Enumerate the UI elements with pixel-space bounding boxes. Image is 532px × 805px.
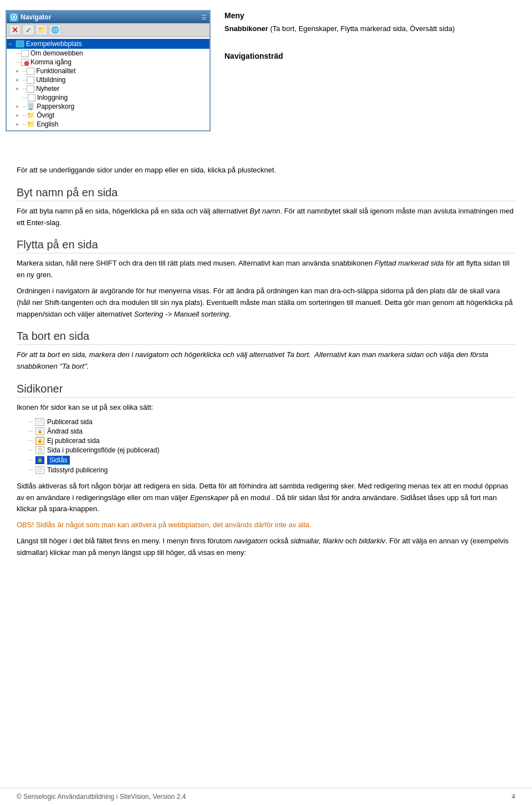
page-icon <box>21 50 29 57</box>
tree-label: Nyheter <box>36 85 59 93</box>
tree-dots: ···· <box>22 86 26 92</box>
intro-text: För att se underliggande sidor under en … <box>17 165 515 176</box>
icon-examples-list: ····· 📄 Publicerad sida ····· 🔒 Ändrad s… <box>28 418 515 474</box>
tree-dots: ···· <box>22 68 26 74</box>
expander-nyheter[interactable]: + <box>16 86 22 92</box>
icon-example-flow: ····· 📋 Sida i publiceringsflöde (ej pub… <box>28 446 515 454</box>
label-modified: Ändrad sida <box>47 427 83 435</box>
label-unpublished: Ej publicerad sida <box>47 437 100 445</box>
tree-dots: ····· <box>16 50 21 57</box>
navigator-window: Navigator ☰ ✕ ✓ 📁 <box>6 10 211 131</box>
toolbar-folder-btn[interactable]: 📁 <box>35 24 48 35</box>
expander-utb[interactable]: + <box>16 77 22 83</box>
tree-label: Utbildning <box>36 76 65 84</box>
dots-published: ····· <box>28 419 33 425</box>
tree-item-root[interactable]: − 🌐 Exempelwebbplats <box>7 39 209 49</box>
tree-label: Papperskorg <box>37 103 74 110</box>
tree-dots: ···· <box>22 113 26 119</box>
tree-item-nyheter[interactable]: + ···· Nyheter <box>7 84 209 93</box>
tree-item-english[interactable]: + ···· 📁 English <box>7 120 209 129</box>
icon-modified: 🔒 <box>35 427 44 435</box>
tree-item-ovrigt[interactable]: + ···· 📁 Övrigt <box>7 111 209 120</box>
page-icon-utb <box>27 77 34 84</box>
label-timed: Tidsstyrd publicering <box>47 466 108 474</box>
navigator-title-text: Navigator <box>21 13 51 21</box>
dots-flow: ····· <box>28 447 33 453</box>
sidlås-text-1: Sidlås aktiveras så fort någon börjar at… <box>17 481 515 515</box>
trash-icon: 🗑️ <box>27 103 35 110</box>
main-content: För att se underliggande sidor under en … <box>0 165 532 608</box>
icon-published: 📄 <box>35 418 44 426</box>
tree-label: Övrigt <box>37 111 54 119</box>
section-heading-byt-namn: Byt namn på en sida <box>17 186 515 201</box>
icon-timed: 🕐 <box>35 466 44 474</box>
tree-dots: ···· <box>22 104 26 110</box>
tree-dots: ····· <box>16 59 21 65</box>
toolbar-check-btn[interactable]: ✓ <box>22 24 34 35</box>
expander-trash[interactable]: + <box>16 104 22 110</box>
navigator-toolbar: ✕ ✓ 📁 🌐 <box>7 23 209 37</box>
flytta-text-2: Ordningen i navigatorn är avgörande för … <box>17 286 515 320</box>
snabbikoner-label: Snabbikoner <box>224 24 268 33</box>
icon-example-timed: ····· 🕐 Tidsstyrd publicering <box>28 466 515 474</box>
tree-item-om[interactable]: ····· Om demowebben <box>7 49 209 58</box>
tree-item-trash[interactable]: + ···· 🗑️ Papperskorg <box>7 102 209 111</box>
page-footer: © Senselogic Användarutbildning i SiteVi… <box>0 788 532 805</box>
label-published: Publicerad sida <box>47 418 93 426</box>
icon-example-locked: ····· 🔒 Sidlås <box>28 456 515 465</box>
navigator-title-icon <box>9 13 18 22</box>
icon-locked: 🔒 <box>35 456 44 464</box>
navigator-titlebar: Navigator ☰ <box>7 11 209 23</box>
icon-flow: 📋 <box>35 446 44 454</box>
tree-label: Inloggning <box>37 94 68 101</box>
footer-page-number: 4 <box>511 793 515 801</box>
icon-example-unpublished: ····· 🔒 Ej publicerad sida <box>28 437 515 445</box>
dots-locked: ····· <box>28 457 33 463</box>
icon-example-published: ····· 📄 Publicerad sida <box>28 418 515 426</box>
section-heading-ta-bort: Ta bort en sida <box>17 330 515 345</box>
tree-dots: ····· <box>22 95 27 101</box>
page-icon-inlogg <box>28 94 35 101</box>
dots-timed: ····· <box>28 467 33 473</box>
tree-item-komma[interactable]: ····· 🔴 Komma igång <box>7 58 209 67</box>
ta-bort-text: För att ta bort en sida, markera den i n… <box>17 349 515 373</box>
folder-icon-ovrigt: 📁 <box>27 111 35 119</box>
expander-english[interactable]: + <box>16 121 22 128</box>
dots-unpublished: ····· <box>28 437 33 444</box>
section-heading-flytta: Flytta på en sida <box>17 238 515 253</box>
tree-label: English <box>37 120 58 128</box>
tree-label: Funktionalitet <box>36 67 75 75</box>
navigationsträd-section: Navigationsträd <box>224 52 521 60</box>
tree-item-inlogg[interactable]: ····· Inloggning <box>7 93 209 102</box>
navigator-panel: Navigator ☰ ✕ ✓ 📁 <box>0 6 216 131</box>
dots-modified: ····· <box>28 428 33 434</box>
toolbar-globe-btn[interactable]: 🌐 <box>49 24 61 35</box>
expander-root[interactable]: − <box>9 41 16 47</box>
icon-unpublished: 🔒 <box>35 437 44 445</box>
sidlås-obs: OBS! Sidlås är något som man kan aktiver… <box>17 519 515 531</box>
snabbikoner-detail: (Ta bort, Egenskaper, Flytta markerad si… <box>270 24 454 33</box>
footer-copyright: © Senselogic Användarutbildning i SiteVi… <box>17 793 186 801</box>
navigator-tree: − 🌐 Exempelwebbplats ····· Om demowebben <box>7 37 209 130</box>
tree-dots: ···· <box>22 77 26 83</box>
section-heading-sidikoner: Sidikoner <box>17 383 515 398</box>
snabbikoner-text: Snabbikoner (Ta bort, Egenskaper, Flytta… <box>224 23 521 35</box>
navigationsträd-label: Navigationsträd <box>224 52 521 60</box>
label-flow: Sida i publiceringsflöde (ej publicerad) <box>47 446 160 454</box>
root-icon: 🌐 <box>16 40 24 48</box>
tree-item-label: Exempelwebbplats <box>26 40 82 48</box>
tree-item-utb[interactable]: + ···· Utbildning <box>7 75 209 84</box>
byt-namn-text: För att byta namn på en sida, högerklick… <box>17 206 515 229</box>
flytta-text-1: Markera sidan, håll nere SHIFT och dra d… <box>17 258 515 281</box>
tree-label: Komma igång <box>30 58 71 66</box>
page-icon-start: 🔴 <box>21 59 29 66</box>
expander-funk[interactable]: + <box>16 68 22 74</box>
expander-ovrigt[interactable]: + <box>16 113 22 119</box>
tree-label: Om demowebben <box>30 49 83 57</box>
titlebar-menu-btn[interactable]: ☰ <box>201 14 207 21</box>
meny-section: Meny Snabbikoner (Ta bort, Egenskaper, F… <box>224 11 521 35</box>
svg-point-1 <box>13 16 15 18</box>
tree-item-funk[interactable]: + ···· Funktionalitet <box>7 67 209 75</box>
toolbar-delete-btn[interactable]: ✕ <box>9 24 21 35</box>
meny-title: Meny <box>224 11 521 20</box>
